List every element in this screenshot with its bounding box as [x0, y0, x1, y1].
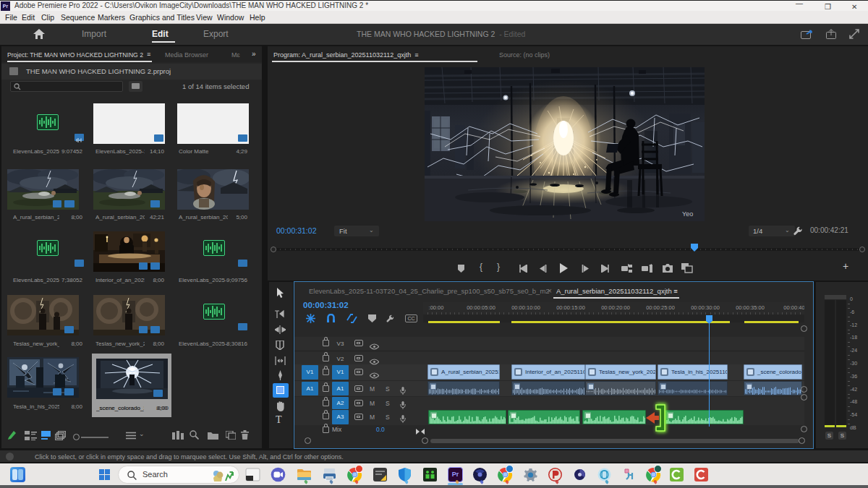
svg-text:Yeo: Yeo [682, 210, 693, 218]
